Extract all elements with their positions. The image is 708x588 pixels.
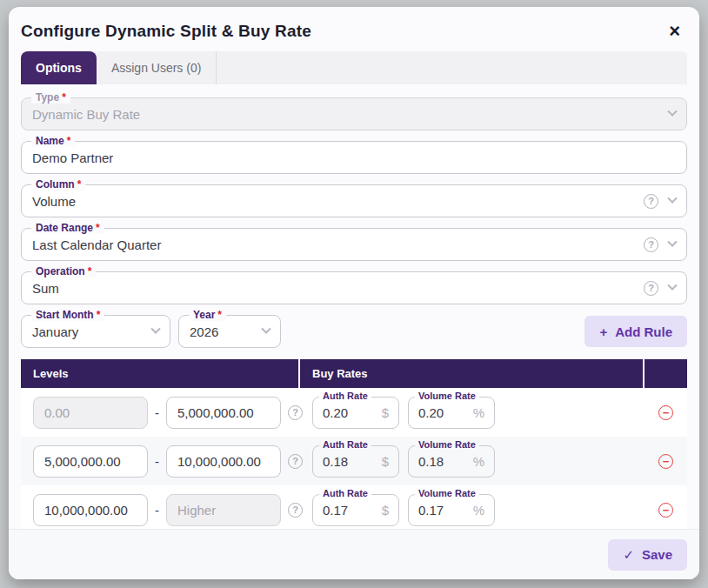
auth-rate-label: Auth Rate bbox=[319, 439, 371, 451]
column-value: Volume bbox=[32, 194, 76, 209]
auth-rate-label: Auth Rate bbox=[319, 488, 371, 499]
help-icon[interactable]: ? bbox=[644, 194, 658, 209]
dollar-suffix: $ bbox=[382, 503, 398, 518]
level-to-input[interactable] bbox=[166, 445, 281, 478]
auth-rate-field: Auth Rate $ bbox=[312, 397, 399, 429]
name-field: Name* bbox=[21, 141, 687, 174]
delete-rule-icon[interactable]: − bbox=[658, 454, 673, 469]
required-asterisk: * bbox=[217, 309, 222, 321]
auth-rate-field: Auth Rate $ bbox=[312, 494, 399, 526]
auth-rate-input[interactable] bbox=[313, 454, 358, 469]
save-button[interactable]: ✓ Save bbox=[608, 539, 687, 571]
configure-split-buy-rate-dialog: Configure Dynamic Split & Buy Rate × Opt… bbox=[9, 7, 699, 579]
table-row: - ? Auth Rate $ Volume Rate % − bbox=[21, 388, 687, 437]
delete-rule-icon[interactable]: − bbox=[658, 405, 673, 420]
chevron-down-icon bbox=[667, 107, 677, 117]
date-range-label: Date Range* bbox=[31, 222, 104, 234]
dollar-suffix: $ bbox=[382, 454, 398, 469]
chevron-down-icon bbox=[150, 324, 160, 334]
volume-rate-field: Volume Rate % bbox=[408, 397, 495, 429]
chevron-down-icon bbox=[667, 237, 677, 247]
rules-table: Levels Buy Rates - ? Auth Rate $ Volume … bbox=[21, 359, 687, 534]
table-row: - ? Auth Rate $ Volume Rate % − bbox=[21, 485, 687, 534]
percent-suffix: % bbox=[473, 405, 494, 420]
levels-column-header: Levels bbox=[21, 359, 300, 388]
volume-rate-label: Volume Rate bbox=[415, 439, 479, 451]
plus-icon: + bbox=[599, 324, 607, 339]
volume-rate-label: Volume Rate bbox=[415, 488, 479, 499]
auth-rate-input[interactable] bbox=[313, 503, 358, 518]
range-separator: - bbox=[155, 405, 159, 420]
check-icon: ✓ bbox=[623, 547, 634, 563]
year-value: 2026 bbox=[190, 324, 218, 339]
start-month-label: Start Month* bbox=[31, 309, 104, 321]
type-label: Type* bbox=[31, 91, 70, 104]
tab-bar: Options Assign Users (0) bbox=[21, 51, 687, 84]
start-month-select[interactable]: Start Month* January bbox=[21, 315, 170, 348]
required-asterisk: * bbox=[62, 91, 66, 104]
volume-rate-field: Volume Rate % bbox=[408, 494, 495, 526]
level-from-input[interactable] bbox=[33, 494, 148, 526]
operation-value: Sum bbox=[32, 281, 59, 296]
chevron-down-icon bbox=[667, 194, 677, 204]
name-label: Name* bbox=[31, 135, 75, 147]
date-range-select[interactable]: Date Range* Last Calendar Quarter ? bbox=[21, 228, 687, 261]
help-icon[interactable]: ? bbox=[644, 237, 658, 252]
table-header: Levels Buy Rates bbox=[21, 359, 687, 388]
required-asterisk: * bbox=[77, 178, 82, 190]
help-icon[interactable]: ? bbox=[644, 281, 658, 296]
column-label: Column* bbox=[31, 178, 85, 190]
close-icon[interactable]: × bbox=[669, 23, 680, 40]
level-to-input[interactable] bbox=[166, 397, 281, 429]
type-value: Dynamic Buy Rate bbox=[32, 107, 140, 122]
operation-label: Operation* bbox=[31, 265, 96, 277]
required-asterisk: * bbox=[67, 135, 71, 147]
auth-rate-field: Auth Rate $ bbox=[312, 445, 399, 478]
options-form: Type* Dynamic Buy Rate Name* Column* Vol… bbox=[9, 84, 699, 348]
percent-suffix: % bbox=[473, 454, 494, 469]
auth-rate-input[interactable] bbox=[313, 405, 358, 420]
year-label: Year* bbox=[189, 309, 226, 321]
percent-suffix: % bbox=[473, 503, 494, 518]
tab-assign-users[interactable]: Assign Users (0) bbox=[97, 51, 217, 84]
year-select[interactable]: Year* 2026 bbox=[178, 315, 281, 348]
tab-options[interactable]: Options bbox=[21, 51, 97, 84]
volume-rate-label: Volume Rate bbox=[415, 391, 479, 402]
level-from-input[interactable] bbox=[33, 445, 148, 478]
volume-rate-input[interactable] bbox=[409, 454, 454, 469]
volume-rate-field: Volume Rate % bbox=[408, 445, 495, 478]
start-month-value: January bbox=[32, 324, 78, 339]
tab-assign-users-label: Assign Users (0) bbox=[111, 61, 201, 75]
chevron-down-icon bbox=[261, 324, 271, 334]
dollar-suffix: $ bbox=[382, 405, 398, 420]
tab-options-label: Options bbox=[36, 61, 82, 75]
delete-rule-icon[interactable]: − bbox=[658, 503, 673, 518]
dialog-header: Configure Dynamic Split & Buy Rate × bbox=[9, 7, 699, 48]
required-asterisk: * bbox=[97, 309, 101, 321]
chevron-down-icon bbox=[667, 281, 677, 291]
save-label: Save bbox=[642, 547, 672, 562]
dialog-title: Configure Dynamic Split & Buy Rate bbox=[21, 22, 311, 41]
buy-rates-column-header: Buy Rates bbox=[300, 359, 645, 388]
table-row: - ? Auth Rate $ Volume Rate % − bbox=[21, 437, 687, 485]
required-asterisk: * bbox=[96, 222, 100, 234]
dialog-footer: ✓ Save bbox=[9, 529, 699, 579]
column-select[interactable]: Column* Volume ? bbox=[21, 184, 687, 217]
range-separator: - bbox=[155, 503, 159, 518]
level-from-input bbox=[33, 397, 148, 429]
name-input[interactable] bbox=[32, 150, 676, 165]
start-month-year-row: Start Month* January Year* 2026 + Add Ru… bbox=[21, 315, 687, 348]
auth-rate-label: Auth Rate bbox=[319, 391, 371, 402]
add-rule-button[interactable]: + Add Rule bbox=[584, 316, 687, 347]
range-separator: - bbox=[155, 454, 159, 469]
add-rule-label: Add Rule bbox=[615, 324, 672, 339]
operation-select[interactable]: Operation* Sum ? bbox=[21, 271, 687, 304]
volume-rate-input[interactable] bbox=[409, 503, 454, 518]
volume-rate-input[interactable] bbox=[409, 405, 454, 420]
required-asterisk: * bbox=[88, 265, 92, 277]
date-range-value: Last Calendar Quarter bbox=[32, 237, 161, 252]
level-to-input bbox=[166, 494, 281, 526]
type-select: Type* Dynamic Buy Rate bbox=[21, 97, 687, 130]
